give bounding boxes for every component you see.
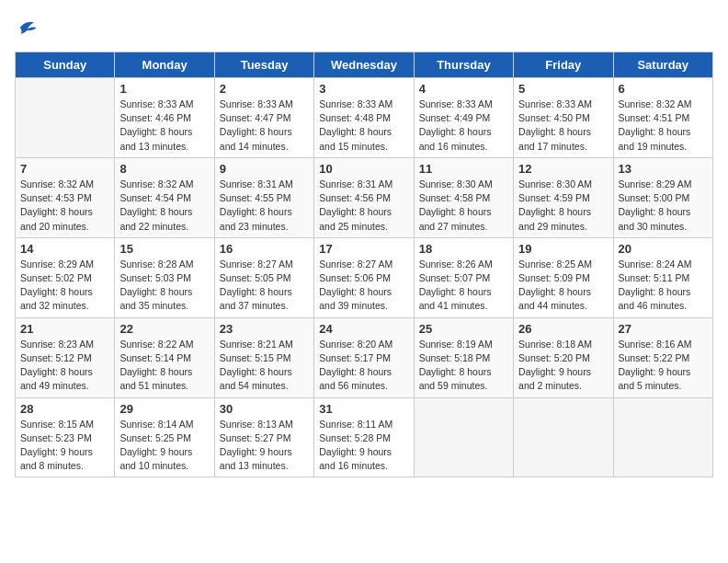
weekday-header-tuesday: Tuesday [214, 52, 313, 78]
logo [15, 15, 44, 40]
week-row-1: 7Sunrise: 8:32 AMSunset: 4:53 PMDaylight… [16, 157, 713, 237]
day-number: 24 [319, 322, 408, 336]
week-row-2: 14Sunrise: 8:29 AMSunset: 5:02 PMDayligh… [16, 237, 713, 317]
day-number: 16 [220, 242, 309, 256]
day-info: Sunrise: 8:32 AMSunset: 4:51 PMDaylight:… [619, 98, 708, 154]
calendar-cell: 27Sunrise: 8:16 AMSunset: 5:22 PMDayligh… [613, 317, 712, 397]
day-info: Sunrise: 8:33 AMSunset: 4:50 PMDaylight:… [518, 98, 608, 154]
day-number: 14 [20, 242, 109, 256]
day-number: 8 [119, 162, 209, 176]
day-number: 29 [119, 402, 209, 416]
calendar-cell: 11Sunrise: 8:30 AMSunset: 4:58 PMDayligh… [414, 157, 513, 237]
calendar-cell: 9Sunrise: 8:31 AMSunset: 4:55 PMDaylight… [214, 157, 313, 237]
calendar-cell: 8Sunrise: 8:32 AMSunset: 4:54 PMDaylight… [115, 157, 214, 237]
day-number: 15 [119, 242, 209, 256]
weekday-header-saturday: Saturday [613, 52, 712, 78]
day-number: 7 [20, 162, 109, 176]
day-number: 2 [220, 82, 309, 96]
day-info: Sunrise: 8:30 AMSunset: 4:58 PMDaylight:… [419, 178, 508, 234]
calendar-cell: 2Sunrise: 8:33 AMSunset: 4:47 PMDaylight… [214, 78, 313, 158]
day-number: 18 [419, 242, 508, 256]
day-info: Sunrise: 8:29 AMSunset: 5:00 PMDaylight:… [619, 178, 708, 234]
calendar-cell: 19Sunrise: 8:25 AMSunset: 5:09 PMDayligh… [514, 237, 613, 317]
day-info: Sunrise: 8:14 AMSunset: 5:25 PMDaylight:… [119, 418, 209, 474]
calendar-cell: 14Sunrise: 8:29 AMSunset: 5:02 PMDayligh… [16, 237, 115, 317]
calendar-cell: 5Sunrise: 8:33 AMSunset: 4:50 PMDaylight… [514, 78, 613, 158]
day-number: 1 [119, 82, 209, 96]
day-number: 20 [619, 242, 708, 256]
calendar-cell [613, 397, 712, 477]
calendar-cell: 18Sunrise: 8:26 AMSunset: 5:07 PMDayligh… [414, 237, 513, 317]
day-number: 28 [20, 402, 109, 416]
calendar-cell: 28Sunrise: 8:15 AMSunset: 5:23 PMDayligh… [16, 397, 115, 477]
day-info: Sunrise: 8:26 AMSunset: 5:07 PMDaylight:… [419, 258, 508, 314]
logo-bird-icon [15, 15, 40, 40]
day-info: Sunrise: 8:33 AMSunset: 4:49 PMDaylight:… [419, 98, 508, 154]
day-info: Sunrise: 8:19 AMSunset: 5:18 PMDaylight:… [419, 338, 508, 394]
calendar-cell: 13Sunrise: 8:29 AMSunset: 5:00 PMDayligh… [613, 157, 712, 237]
day-number: 5 [518, 82, 608, 96]
day-info: Sunrise: 8:27 AMSunset: 5:06 PMDaylight:… [319, 258, 408, 314]
day-info: Sunrise: 8:15 AMSunset: 5:23 PMDaylight:… [20, 418, 109, 474]
day-info: Sunrise: 8:33 AMSunset: 4:46 PMDaylight:… [119, 98, 209, 154]
day-number: 3 [319, 82, 408, 96]
weekday-header-monday: Monday [115, 52, 214, 78]
day-number: 9 [220, 162, 309, 176]
weekday-header-friday: Friday [514, 52, 613, 78]
day-info: Sunrise: 8:33 AMSunset: 4:47 PMDaylight:… [220, 98, 309, 154]
calendar-cell: 23Sunrise: 8:21 AMSunset: 5:15 PMDayligh… [214, 317, 313, 397]
week-row-0: 1Sunrise: 8:33 AMSunset: 4:46 PMDaylight… [16, 78, 713, 158]
calendar-cell: 1Sunrise: 8:33 AMSunset: 4:46 PMDaylight… [115, 78, 214, 158]
day-info: Sunrise: 8:29 AMSunset: 5:02 PMDaylight:… [20, 258, 109, 314]
day-info: Sunrise: 8:25 AMSunset: 5:09 PMDaylight:… [518, 258, 608, 314]
day-number: 21 [20, 322, 109, 336]
day-number: 10 [319, 162, 408, 176]
calendar-cell: 29Sunrise: 8:14 AMSunset: 5:25 PMDayligh… [115, 397, 214, 477]
day-number: 17 [319, 242, 408, 256]
weekday-header-row: SundayMondayTuesdayWednesdayThursdayFrid… [16, 52, 713, 78]
day-number: 11 [419, 162, 508, 176]
calendar-cell [514, 397, 613, 477]
day-info: Sunrise: 8:28 AMSunset: 5:03 PMDaylight:… [119, 258, 209, 314]
page-header [15, 15, 713, 40]
day-info: Sunrise: 8:24 AMSunset: 5:11 PMDaylight:… [619, 258, 708, 314]
day-number: 30 [220, 402, 309, 416]
day-number: 31 [319, 402, 408, 416]
calendar-cell: 31Sunrise: 8:11 AMSunset: 5:28 PMDayligh… [314, 397, 414, 477]
day-number: 12 [518, 162, 608, 176]
week-row-3: 21Sunrise: 8:23 AMSunset: 5:12 PMDayligh… [16, 317, 713, 397]
day-number: 26 [518, 322, 608, 336]
day-info: Sunrise: 8:30 AMSunset: 4:59 PMDaylight:… [518, 178, 608, 234]
day-info: Sunrise: 8:31 AMSunset: 4:55 PMDaylight:… [220, 178, 309, 234]
calendar-cell [414, 397, 513, 477]
day-number: 19 [518, 242, 608, 256]
calendar-cell: 20Sunrise: 8:24 AMSunset: 5:11 PMDayligh… [613, 237, 712, 317]
day-info: Sunrise: 8:33 AMSunset: 4:48 PMDaylight:… [319, 98, 408, 154]
day-info: Sunrise: 8:18 AMSunset: 5:20 PMDaylight:… [518, 338, 608, 394]
calendar-cell: 30Sunrise: 8:13 AMSunset: 5:27 PMDayligh… [214, 397, 313, 477]
calendar-cell: 22Sunrise: 8:22 AMSunset: 5:14 PMDayligh… [115, 317, 214, 397]
day-info: Sunrise: 8:11 AMSunset: 5:28 PMDaylight:… [319, 418, 408, 474]
calendar-cell: 12Sunrise: 8:30 AMSunset: 4:59 PMDayligh… [514, 157, 613, 237]
day-info: Sunrise: 8:32 AMSunset: 4:54 PMDaylight:… [119, 178, 209, 234]
day-info: Sunrise: 8:13 AMSunset: 5:27 PMDaylight:… [220, 418, 309, 474]
calendar-cell: 25Sunrise: 8:19 AMSunset: 5:18 PMDayligh… [414, 317, 513, 397]
calendar-cell: 3Sunrise: 8:33 AMSunset: 4:48 PMDaylight… [314, 78, 414, 158]
day-number: 27 [619, 322, 708, 336]
weekday-header-wednesday: Wednesday [314, 52, 414, 78]
day-number: 23 [220, 322, 309, 336]
day-info: Sunrise: 8:31 AMSunset: 4:56 PMDaylight:… [319, 178, 408, 234]
day-info: Sunrise: 8:27 AMSunset: 5:05 PMDaylight:… [220, 258, 309, 314]
calendar-cell: 7Sunrise: 8:32 AMSunset: 4:53 PMDaylight… [16, 157, 115, 237]
day-number: 25 [419, 322, 508, 336]
weekday-header-sunday: Sunday [16, 52, 115, 78]
calendar-cell: 16Sunrise: 8:27 AMSunset: 5:05 PMDayligh… [214, 237, 313, 317]
calendar-cell: 21Sunrise: 8:23 AMSunset: 5:12 PMDayligh… [16, 317, 115, 397]
week-row-4: 28Sunrise: 8:15 AMSunset: 5:23 PMDayligh… [16, 397, 713, 477]
calendar-cell: 6Sunrise: 8:32 AMSunset: 4:51 PMDaylight… [613, 78, 712, 158]
calendar-cell: 15Sunrise: 8:28 AMSunset: 5:03 PMDayligh… [115, 237, 214, 317]
calendar-table: SundayMondayTuesdayWednesdayThursdayFrid… [15, 52, 713, 477]
calendar-cell: 24Sunrise: 8:20 AMSunset: 5:17 PMDayligh… [314, 317, 414, 397]
day-number: 13 [619, 162, 708, 176]
calendar-cell [16, 78, 115, 158]
